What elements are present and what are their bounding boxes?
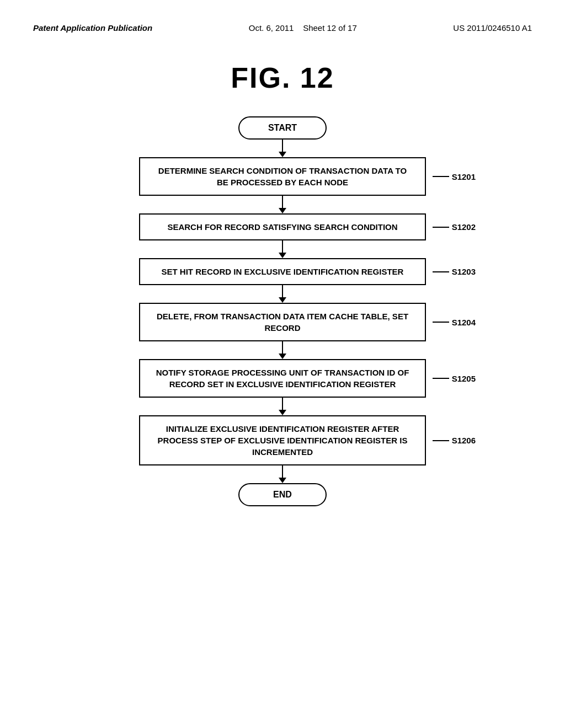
arrow-4 bbox=[279, 285, 286, 303]
step-s1201: DETERMINE SEARCH CONDITION OF TRANSACTIO… bbox=[139, 157, 426, 196]
label-s1201: S1201 bbox=[433, 172, 476, 181]
label-s1205: S1205 bbox=[433, 374, 476, 383]
label-line bbox=[433, 440, 449, 441]
arrow-1 bbox=[279, 140, 286, 157]
arrow-6 bbox=[279, 398, 286, 415]
page: Patent Application Publication Oct. 6, 2… bbox=[0, 0, 565, 728]
label-line bbox=[433, 227, 449, 228]
step-row-s1205: NOTIFY STORAGE PROCESSING UNIT OF TRANSA… bbox=[139, 359, 426, 398]
label-s1203: S1203 bbox=[433, 267, 476, 276]
patent-application-label: Patent Application Publication bbox=[33, 22, 152, 34]
step-row-s1203: SET HIT RECORD IN EXCLUSIVE IDENTIFICATI… bbox=[139, 258, 426, 285]
flowchart: START DETERMINE SEARCH CONDITION OF TRAN… bbox=[0, 116, 565, 506]
step-row-s1202: SEARCH FOR RECORD SATISFYING SEARCH COND… bbox=[139, 213, 426, 240]
label-line bbox=[433, 378, 449, 379]
step-row-s1204: DELETE, FROM TRANSACTION DATA ITEM CACHE… bbox=[139, 303, 426, 341]
arrow-3 bbox=[279, 240, 286, 258]
label-line bbox=[433, 176, 449, 177]
step-s1204: DELETE, FROM TRANSACTION DATA ITEM CACHE… bbox=[139, 303, 426, 341]
label-s1202: S1202 bbox=[433, 222, 476, 232]
start-node: START bbox=[238, 116, 327, 140]
header: Patent Application Publication Oct. 6, 2… bbox=[0, 0, 565, 45]
step-s1206: INITIALIZE EXCLUSIVE IDENTIFICATION REGI… bbox=[139, 415, 426, 465]
arrow-7 bbox=[279, 465, 286, 483]
step-s1203: SET HIT RECORD IN EXCLUSIVE IDENTIFICATI… bbox=[139, 258, 426, 285]
label-line bbox=[433, 322, 449, 323]
step-row-s1206: INITIALIZE EXCLUSIVE IDENTIFICATION REGI… bbox=[139, 415, 426, 465]
label-line bbox=[433, 271, 449, 272]
arrow-5 bbox=[279, 341, 286, 359]
patent-number-label: US 2011/0246510 A1 bbox=[453, 22, 532, 34]
arrow-2 bbox=[279, 196, 286, 213]
step-s1205: NOTIFY STORAGE PROCESSING UNIT OF TRANSA… bbox=[139, 359, 426, 398]
date-label: Oct. 6, 2011 Sheet 12 of 17 bbox=[249, 22, 357, 34]
step-s1202: SEARCH FOR RECORD SATISFYING SEARCH COND… bbox=[139, 213, 426, 240]
step-row-s1201: DETERMINE SEARCH CONDITION OF TRANSACTIO… bbox=[139, 157, 426, 196]
end-node: END bbox=[238, 483, 327, 506]
label-s1204: S1204 bbox=[433, 318, 476, 327]
label-s1206: S1206 bbox=[433, 436, 476, 445]
figure-title: FIG. 12 bbox=[0, 61, 565, 94]
